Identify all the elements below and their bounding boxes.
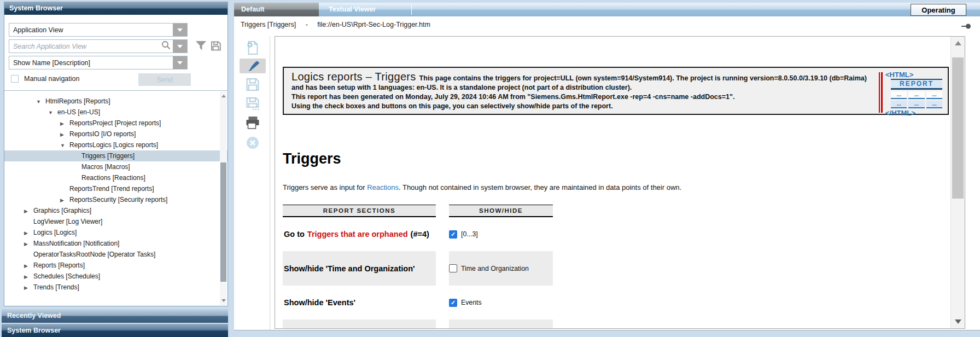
tree-item[interactable]: ▼en-US [en-US] — [4, 107, 228, 118]
system-browser-bar[interactable]: System Browser — [2, 324, 228, 337]
operating-mode-button[interactable]: Operating — [911, 4, 966, 16]
tree-item-label: Triggers [Triggers] — [81, 152, 135, 160]
collapse-arrow-icon[interactable]: ▼ — [60, 140, 69, 151]
orphaned-triggers-link[interactable]: Triggers that are orphaned — [307, 230, 408, 239]
expand-arrow-icon[interactable]: ▶ — [24, 206, 33, 217]
tree-item[interactable]: ▶Reports [Reports] — [4, 260, 228, 271]
collapse-arrow-icon[interactable]: ▼ — [48, 107, 57, 118]
tree-item-label: OperatorTasksRootNode [Operator Tasks] — [33, 251, 155, 258]
tree-item[interactable]: ▶Logics [Logics] — [4, 227, 228, 238]
expand-arrow-icon[interactable]: ▶ — [24, 260, 33, 271]
save-filter-icon[interactable] — [210, 40, 222, 52]
row-label-suffix: (#=4) — [411, 230, 429, 239]
report-header-title: Logics reports – Triggers — [291, 71, 416, 83]
save-as-button[interactable] — [246, 97, 260, 113]
search-options-chevron-icon[interactable] — [173, 40, 187, 53]
display-mode-value: Show Name [Description] — [9, 59, 173, 67]
tree-item-label: Logics [Logics] — [33, 229, 77, 236]
logo-red-bar-icon — [879, 72, 883, 113]
table-row-value: ✓ Events — [449, 286, 553, 319]
tree-item-label: ReportsIO [I/O reports] — [69, 130, 136, 138]
tree-item-label: Reports [Reports] — [33, 262, 85, 269]
tree-item[interactable]: ▶ReportsSecurity [Security reports] — [4, 194, 228, 205]
tree-item-label: HtmlReports [Reports] — [45, 97, 110, 105]
filter-icon[interactable] — [195, 40, 207, 52]
tree-item[interactable]: Macros [Macros] — [4, 161, 228, 172]
display-mode-selector[interactable]: Show Name [Description] — [9, 56, 188, 69]
new-report-button[interactable] — [246, 40, 260, 57]
search-icon[interactable] — [161, 40, 171, 52]
view-selector[interactable]: Application View — [9, 23, 188, 37]
report-usage-line: Using the check boxes and buttons on thi… — [291, 102, 868, 111]
tree-item[interactable]: Triggers [Triggers] — [4, 150, 228, 161]
checkbox-unchecked[interactable] — [449, 264, 457, 272]
content-scrollbar-thumb[interactable] — [952, 57, 964, 199]
column-header-report-sections: REPORT SECTIONS — [283, 205, 436, 217]
tree-item[interactable]: ▼HtmlReports [Reports] — [4, 96, 228, 107]
manual-navigation-checkbox[interactable] — [11, 75, 19, 83]
expand-arrow-icon[interactable]: ▶ — [60, 195, 69, 206]
row-label-prefix: Go to — [284, 230, 305, 239]
chevron-down-icon[interactable] — [173, 24, 187, 36]
tree-item-label: ReportsProject [Project reports] — [69, 119, 161, 127]
tree-item[interactable]: ReportsTrend [Trend reports] — [4, 183, 228, 194]
tab-default[interactable]: Default — [234, 3, 319, 16]
checkbox-checked[interactable]: ✓ — [449, 230, 457, 239]
tree-item[interactable]: OperatorTasksRootNode [Operator Tasks] — [4, 249, 228, 260]
collapse-arrow-icon[interactable]: ▼ — [36, 96, 45, 107]
tree-item[interactable]: Reactions [Reactions] — [4, 172, 228, 183]
table-row-value: Time and Organization — [449, 251, 553, 286]
browser-controls: Application View Show Name [Description] — [4, 15, 228, 102]
tree-scrollbar-thumb[interactable] — [220, 162, 226, 282]
pin-icon[interactable] — [961, 22, 971, 32]
table-row-label — [283, 319, 436, 329]
tree-item[interactable]: LogViewer [Log Viewer] — [4, 216, 228, 227]
scroll-down-icon[interactable] — [955, 319, 961, 324]
tree-item[interactable]: ▶MassNotification [Notification] — [4, 238, 228, 249]
tree-item[interactable]: ▼ReportsLogics [Logics reports] — [4, 140, 228, 150]
report-header-box: Logics reports – TriggersThis page conta… — [283, 67, 949, 115]
tree-item-label: ReportsLogics [Logics reports] — [69, 141, 158, 149]
tab-strip: Default Textual Viewer — [234, 3, 980, 16]
expand-arrow-icon[interactable]: ▶ — [24, 282, 33, 293]
expand-arrow-icon[interactable]: ▶ — [24, 239, 33, 249]
tab-textual-viewer[interactable]: Textual Viewer — [322, 3, 410, 16]
print-button[interactable] — [246, 116, 260, 132]
expand-arrow-icon[interactable]: ▶ — [24, 271, 33, 282]
report-sections-table: REPORT SECTIONS SHOW/HIDE Go to Triggers… — [283, 205, 553, 329]
tree-item-label: Schedules [Schedules] — [33, 272, 100, 280]
edit-pen-button[interactable] — [240, 59, 266, 73]
close-report-button[interactable] — [246, 136, 259, 152]
reactions-link[interactable]: Reactions — [367, 183, 399, 191]
tree-item[interactable]: ▶ReportsIO [I/O reports] — [4, 129, 228, 140]
scroll-up-icon[interactable] — [955, 41, 961, 45]
tree-item[interactable]: ▶ReportsProject [Project reports] — [4, 118, 228, 129]
tree-item-label: Trends [Trends] — [33, 283, 79, 291]
tree-item[interactable]: ▶Schedules [Schedules] — [4, 271, 228, 282]
table-row-label: Show/hide 'Time and Organization' — [283, 251, 436, 286]
checkbox-checked[interactable]: ✓ — [449, 299, 457, 307]
expand-arrow-icon[interactable]: ▶ — [60, 118, 69, 129]
table-row-value — [449, 319, 553, 329]
breadcrumb-separator: - — [306, 21, 308, 28]
content-scrollbar[interactable] — [950, 37, 965, 328]
save-button[interactable] — [246, 78, 260, 94]
recently-viewed-label: Recently Viewed — [7, 312, 61, 319]
recently-viewed-bar[interactable]: Recently Viewed — [2, 309, 228, 323]
chevron-down-icon[interactable] — [173, 56, 187, 69]
expand-arrow-icon[interactable]: ▶ — [24, 228, 33, 239]
tree-item[interactable]: ▶Trends [Trends] — [4, 282, 228, 293]
application-window: System Browser Application View Show Na — [0, 0, 980, 337]
system-browser-panel: System Browser Application View Show Na — [4, 2, 228, 306]
report-viewport: Logics reports – TriggersThis page conta… — [275, 36, 965, 329]
search-input[interactable] — [9, 40, 161, 53]
scroll-up-icon[interactable] — [221, 95, 226, 97]
scroll-down-icon[interactable] — [221, 299, 226, 302]
send-button[interactable]: Send — [138, 73, 191, 86]
intro-text: Triggers serve as input for — [283, 183, 367, 191]
tree-item[interactable]: ▶Graphics [Graphics] — [4, 205, 228, 216]
tree-item-label: Graphics [Graphics] — [33, 207, 91, 214]
tree-scrollbar[interactable] — [220, 91, 227, 305]
tree-item-label: ReportsTrend [Trend reports] — [69, 185, 154, 193]
expand-arrow-icon[interactable]: ▶ — [60, 129, 69, 140]
